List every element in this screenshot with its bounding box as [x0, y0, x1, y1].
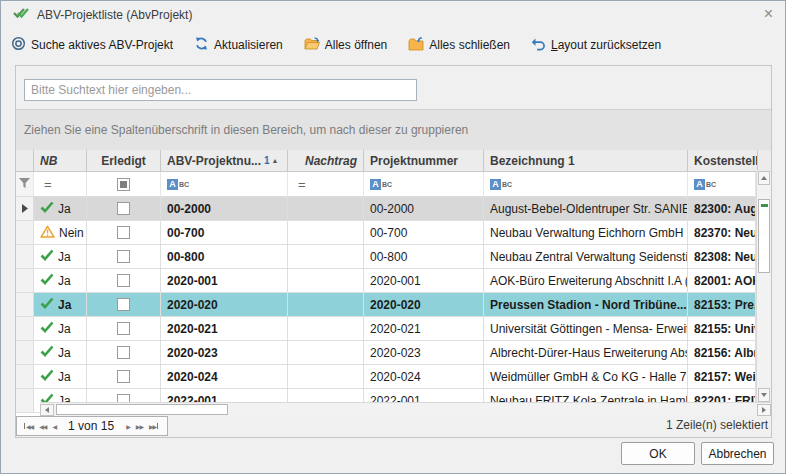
toolbar-button-aktualisieren[interactable]: Aktualisieren [194, 36, 283, 54]
grid-row-00-2000[interactable]: Ja00-200000-2000August-Bebel-Oldentruper… [16, 197, 756, 221]
cell-bezeichnung[interactable]: Neubau Zentral Verwaltung Seidenstic... [484, 245, 688, 268]
cell-nb[interactable]: Ja [34, 341, 87, 364]
erledigt-checkbox[interactable] [117, 346, 130, 359]
row-indicator[interactable] [16, 245, 34, 268]
nav-next-page-button[interactable]: ▶▶ [133, 418, 146, 434]
cell-erledigt[interactable] [87, 197, 161, 220]
cell-erledigt[interactable] [87, 221, 161, 244]
column-header-erledigt[interactable]: Erledigt [87, 150, 161, 171]
erledigt-checkbox[interactable] [117, 298, 130, 311]
grid-row-2020-024[interactable]: Ja2020-0242020-024Weidmüller GmbH & Co K… [16, 365, 756, 389]
cell-nb[interactable]: Ja [34, 317, 87, 340]
cell-kostenstelle[interactable]: 82157: Wei... [688, 365, 756, 388]
cell-projektnummer[interactable]: 2020-024 [364, 365, 484, 388]
erledigt-checkbox[interactable] [117, 226, 130, 239]
filter-cell-bezeichnung[interactable]: ABC [484, 172, 688, 196]
cell-abv[interactable]: 00-800 [161, 245, 288, 268]
cell-kostenstelle[interactable]: 82001: AOK... [688, 269, 756, 292]
cell-bezeichnung[interactable]: Preussen Stadion - Nord Tribüne... [484, 293, 688, 316]
cell-nb[interactable]: Nein [34, 221, 87, 244]
vertical-scrollbar[interactable] [756, 171, 771, 402]
cell-kostenstelle[interactable]: 82156: Albr... [688, 341, 756, 364]
horizontal-scrollbar[interactable] [40, 402, 771, 416]
row-indicator[interactable] [16, 365, 34, 388]
cell-kostenstelle[interactable]: 82300: Aug... [688, 197, 756, 220]
cell-nachtrag[interactable] [288, 221, 364, 244]
cell-abv[interactable]: 00-700 [161, 221, 288, 244]
cell-kostenstelle[interactable]: 82153: Pre... [688, 293, 756, 316]
cell-bezeichnung[interactable]: August-Bebel-Oldentruper Str. SANIE... [484, 197, 688, 220]
column-header-abv[interactable]: ABV-Projektnu...1▲ [161, 150, 288, 171]
toolbar-button-alles-oeffnen[interactable]: Alles öffnen [304, 37, 388, 54]
cell-erledigt[interactable] [87, 365, 161, 388]
column-header-bezeichnung[interactable]: Bezeichnung 1 [484, 150, 688, 171]
erledigt-checkbox[interactable] [117, 202, 130, 215]
cell-projektnummer[interactable]: 2020-020 [364, 293, 484, 316]
column-header-nachtrag[interactable]: Nachtrag [288, 150, 364, 171]
grid-row-2020-023[interactable]: Ja2020-0232020-023Albrecht-Dürer-Haus Er… [16, 341, 756, 365]
row-indicator[interactable] [16, 317, 34, 340]
cell-erledigt[interactable] [87, 341, 161, 364]
grid-row-00-700[interactable]: Nein00-70000-700Neubau Verwaltung Eichho… [16, 221, 756, 245]
vertical-scroll-thumb[interactable] [758, 199, 770, 273]
cell-nb[interactable]: Ja [34, 245, 87, 268]
filter-checkbox-indeterminate[interactable] [117, 178, 130, 191]
group-by-area[interactable]: Ziehen Sie eine Spaltenüberschrift in di… [16, 109, 771, 150]
cell-abv[interactable]: 00-2000 [161, 197, 288, 220]
cell-erledigt[interactable] [87, 317, 161, 340]
cell-bezeichnung[interactable]: Universität Göttingen - Mensa- Erweit... [484, 317, 688, 340]
cell-nb[interactable]: Ja [34, 293, 87, 316]
ok-button[interactable]: OK [621, 442, 695, 465]
cell-kostenstelle[interactable]: 82155: Univ... [688, 317, 756, 340]
grid-row-00-800[interactable]: Ja00-80000-800Neubau Zentral Verwaltung … [16, 245, 756, 269]
cell-nb[interactable]: Ja [34, 197, 87, 220]
row-indicator[interactable] [16, 341, 34, 364]
cell-erledigt[interactable] [87, 269, 161, 292]
row-indicator[interactable] [16, 293, 34, 316]
filter-cell-erledigt[interactable] [87, 172, 161, 196]
cell-nb[interactable]: Ja [34, 365, 87, 388]
toolbar-button-alles-schliessen[interactable]: Alles schließen [408, 37, 510, 54]
cell-abv[interactable]: 2020-001 [161, 269, 288, 292]
cell-nb[interactable]: Ja [34, 269, 87, 292]
row-indicator[interactable] [16, 221, 34, 244]
cell-projektnummer[interactable]: 2020-001 [364, 269, 484, 292]
grid-row-2020-001[interactable]: Ja2020-0012020-001AOK-Büro Erweiterung A… [16, 269, 756, 293]
cell-bezeichnung[interactable]: Weidmüller GmbH & Co KG - Halle 7 [484, 365, 688, 388]
cell-kostenstelle[interactable]: 82370: Neu... [688, 221, 756, 244]
column-header-projektnummer[interactable]: Projektnummer [364, 150, 484, 171]
nav-first-button[interactable]: ◀◀ [20, 418, 36, 434]
cell-projektnummer[interactable]: 2020-021 [364, 317, 484, 340]
cell-abv[interactable]: 2020-021 [161, 317, 288, 340]
erledigt-checkbox[interactable] [117, 274, 130, 287]
filter-cell-kostenstelle[interactable]: ABC [688, 172, 756, 196]
cell-nachtrag[interactable] [288, 269, 364, 292]
cell-bezeichnung[interactable]: AOK-Büro Erweiterung Abschnitt I.A (... [484, 269, 688, 292]
filter-cell-nachtrag[interactable]: = [288, 172, 364, 196]
filter-cell-abv[interactable]: ABC [161, 172, 288, 196]
cell-abv[interactable]: 2020-023 [161, 341, 288, 364]
row-indicator[interactable] [16, 389, 34, 412]
search-input[interactable] [24, 79, 417, 101]
erledigt-checkbox[interactable] [117, 322, 130, 335]
cell-abv[interactable]: 2020-020 [161, 293, 288, 316]
cancel-button[interactable]: Abbrechen [701, 442, 774, 465]
cell-bezeichnung[interactable]: Albrecht-Dürer-Haus Erweiterung Abs... [484, 341, 688, 364]
filter-cell-projektnummer[interactable]: ABC [364, 172, 484, 196]
cell-abv[interactable]: 2020-024 [161, 365, 288, 388]
cell-nachtrag[interactable] [288, 245, 364, 268]
cell-kostenstelle[interactable]: 82308: Neu... [688, 245, 756, 268]
grid-row-2020-020[interactable]: Ja2020-0202020-020Preussen Stadion - Nor… [16, 293, 756, 317]
cell-nachtrag[interactable] [288, 317, 364, 340]
nav-prev-button[interactable]: ◀ [49, 418, 59, 434]
nav-prev-page-button[interactable]: ◀◀ [36, 418, 49, 434]
scroll-down-icon[interactable] [758, 388, 770, 402]
erledigt-checkbox[interactable] [117, 250, 130, 263]
cell-projektnummer[interactable]: 00-800 [364, 245, 484, 268]
cell-projektnummer[interactable]: 00-700 [364, 221, 484, 244]
toolbar-button-suche-aktives-abv-projekt[interactable]: Suche aktives ABV-Projekt [11, 36, 173, 54]
cell-erledigt[interactable] [87, 245, 161, 268]
cell-bezeichnung[interactable]: Neubau Verwaltung Eichhorn GmbH [484, 221, 688, 244]
scroll-up-icon[interactable] [758, 171, 770, 185]
erledigt-checkbox[interactable] [117, 370, 130, 383]
